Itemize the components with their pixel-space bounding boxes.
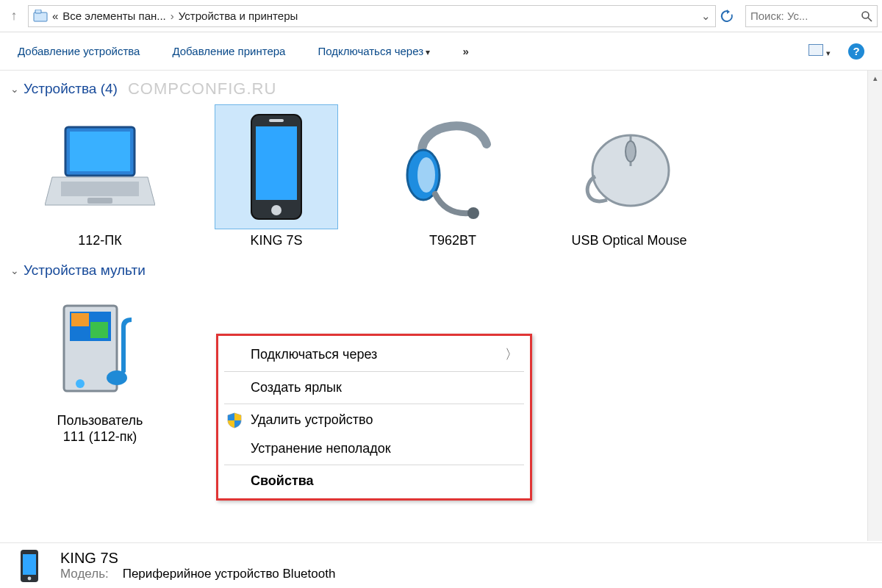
details-pane: KING 7S Модель: Периферийное устройство … xyxy=(0,542,882,588)
svg-point-17 xyxy=(625,141,636,162)
svg-rect-1 xyxy=(35,10,41,13)
chevron-down-icon: ⌄ xyxy=(10,265,19,276)
svg-point-14 xyxy=(417,157,435,193)
svg-point-15 xyxy=(467,207,479,219)
svg-point-2 xyxy=(862,12,869,18)
breadcrumb[interactable]: « Все элементы пан... › Устройства и при… xyxy=(28,5,716,27)
svg-rect-12 xyxy=(269,119,284,122)
svg-rect-5 xyxy=(70,132,130,171)
svg-point-22 xyxy=(76,379,85,388)
ctx-connect-via-label: Подключаться через xyxy=(251,347,377,362)
ctx-separator xyxy=(224,465,524,465)
image-icon xyxy=(808,44,823,56)
breadcrumb-item-2[interactable]: Устройства и принтеры xyxy=(179,10,298,22)
watermark-text: COMPCONFIG.RU xyxy=(128,79,276,98)
details-device-name: KING 7S xyxy=(60,550,335,567)
ctx-separator xyxy=(224,371,524,372)
connect-via-button[interactable]: Подключаться через xyxy=(318,45,430,57)
help-button[interactable]: ? xyxy=(848,43,864,60)
content-area: ⌄ Устройства (4) COMPCONFIG.RU 112-ПК xyxy=(0,71,882,541)
svg-point-26 xyxy=(28,576,32,580)
chevron-down-icon: ⌄ xyxy=(10,83,19,95)
device-item-laptop[interactable]: 112-ПК xyxy=(26,104,173,249)
headset-icon xyxy=(391,104,514,229)
ctx-separator xyxy=(224,404,524,404)
device-label: T962BT xyxy=(379,232,526,249)
svg-rect-8 xyxy=(87,198,112,204)
ctx-troubleshoot-label: Устранение неполадок xyxy=(251,441,391,456)
control-panel-icon xyxy=(33,10,48,23)
refresh-button[interactable] xyxy=(720,10,741,23)
add-device-button[interactable]: Добавление устройства xyxy=(18,45,140,57)
phone-icon xyxy=(215,104,338,229)
ctx-connect-via[interactable]: Подключаться через 〉 xyxy=(218,339,530,370)
breadcrumb-item-1[interactable]: Все элементы пан... xyxy=(62,10,165,22)
details-thumb-phone-icon xyxy=(10,547,49,585)
ctx-properties-label: Свойства xyxy=(251,473,314,489)
ctx-remove-device[interactable]: Удалить устройство xyxy=(218,406,530,434)
nav-up-icon[interactable]: ↑ xyxy=(4,7,24,26)
devices-row: 112-ПК KING 7S xyxy=(10,104,879,249)
ctx-create-shortcut-label: Создать ярлык xyxy=(251,380,342,395)
search-icon xyxy=(861,10,872,22)
search-input[interactable]: Поиск: Ус... xyxy=(745,5,878,27)
device-item-phone[interactable]: KING 7S xyxy=(203,104,350,249)
svg-line-3 xyxy=(868,18,872,21)
ctx-remove-device-label: Удалить устройство xyxy=(251,412,373,428)
group-header-multimedia[interactable]: ⌄ Устройства мульти xyxy=(10,262,879,279)
address-dropdown-icon[interactable]: ⌄ xyxy=(701,10,711,23)
scroll-up-icon[interactable]: ▴ xyxy=(873,71,878,86)
device-label: Пользователь 111 (112-пк) xyxy=(26,412,173,445)
group-multimedia-label: Устройства мульти xyxy=(24,262,146,279)
add-printer-button[interactable]: Добавление принтера xyxy=(172,45,285,57)
svg-rect-25 xyxy=(23,554,36,575)
group-header-devices[interactable]: ⌄ Устройства (4) COMPCONFIG.RU xyxy=(10,79,879,98)
group-devices-label: Устройства (4) xyxy=(24,81,118,97)
svg-point-11 xyxy=(271,205,282,215)
details-model-value: Периферийное устройство Bluetooth xyxy=(123,567,336,581)
laptop-icon xyxy=(38,104,162,229)
device-label: KING 7S xyxy=(203,232,350,249)
svg-rect-7 xyxy=(61,182,139,196)
breadcrumb-prefix: « xyxy=(52,10,58,22)
device-label: USB Optical Mouse xyxy=(556,232,703,249)
details-model-label: Модель: xyxy=(60,567,109,581)
vertical-scrollbar[interactable]: ▴ xyxy=(867,71,882,541)
ctx-create-shortcut[interactable]: Создать ярлык xyxy=(218,373,530,402)
address-bar: ↑ « Все элементы пан... › Устройства и п… xyxy=(0,0,882,32)
svg-rect-0 xyxy=(34,12,47,21)
search-placeholder: Поиск: Ус... xyxy=(750,10,808,22)
ctx-properties[interactable]: Свойства xyxy=(218,467,530,495)
svg-point-23 xyxy=(107,370,127,385)
media-device-icon xyxy=(38,284,162,409)
svg-rect-10 xyxy=(256,126,297,200)
svg-rect-20 xyxy=(71,313,89,326)
device-item-media[interactable]: Пользователь 111 (112-пк) xyxy=(26,284,173,445)
svg-rect-21 xyxy=(90,322,108,338)
breadcrumb-sep-icon: › xyxy=(171,10,174,22)
context-menu: Подключаться через 〉 Создать ярлык Удали… xyxy=(216,334,532,501)
command-bar: Добавление устройства Добавление принтер… xyxy=(0,32,882,71)
uac-shield-icon xyxy=(227,412,242,429)
device-item-mouse[interactable]: USB Optical Mouse xyxy=(556,104,703,249)
preview-pane-button[interactable]: ▾ xyxy=(808,44,831,58)
device-item-headset[interactable]: T962BT xyxy=(379,104,526,249)
ctx-troubleshoot[interactable]: Устранение неполадок xyxy=(218,434,530,463)
device-label: 112-ПК xyxy=(26,232,173,249)
mouse-icon xyxy=(567,104,691,229)
toolbar-overflow-button[interactable]: » xyxy=(462,45,468,57)
submenu-arrow-icon: 〉 xyxy=(505,345,518,363)
